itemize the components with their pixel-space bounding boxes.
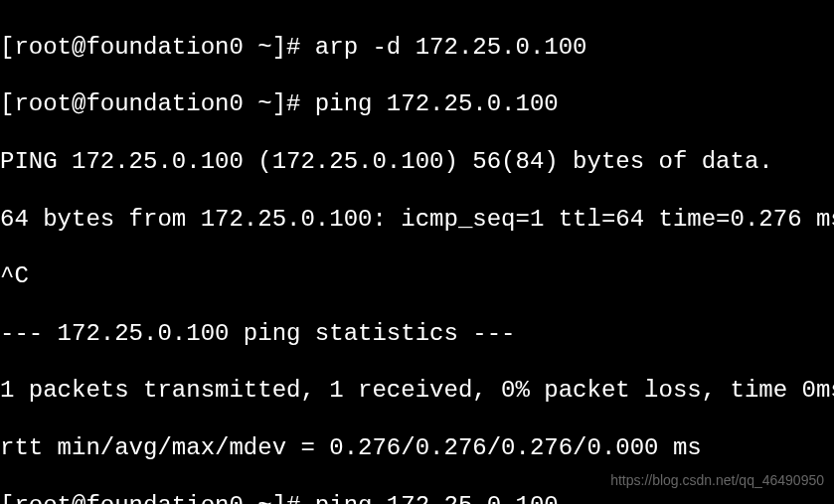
terminal-line: [root@foundation0 ~]# ping 172.25.0.100 bbox=[0, 90, 834, 119]
terminal-output: 1 packets transmitted, 1 received, 0% pa… bbox=[0, 377, 834, 406]
command: ping 172.25.0.100 bbox=[315, 492, 559, 504]
command: ping 172.25.0.100 bbox=[315, 90, 559, 117]
watermark: https://blog.csdn.net/qq_46490950 bbox=[610, 472, 824, 489]
terminal-output: 64 bytes from 172.25.0.100: icmp_seq=1 t… bbox=[0, 206, 834, 235]
terminal-output: ^C bbox=[0, 262, 834, 291]
terminal-line: [root@foundation0 ~]# ping 172.25.0.100 bbox=[0, 492, 834, 504]
prompt: [root@foundation0 ~]# bbox=[0, 34, 315, 61]
terminal-output: rtt min/avg/max/mdev = 0.276/0.276/0.276… bbox=[0, 434, 834, 463]
prompt: [root@foundation0 ~]# bbox=[0, 492, 315, 504]
prompt: [root@foundation0 ~]# bbox=[0, 90, 315, 117]
terminal-output: PING 172.25.0.100 (172.25.0.100) 56(84) … bbox=[0, 148, 834, 177]
terminal-window[interactable]: [root@foundation0 ~]# arp -d 172.25.0.10… bbox=[0, 5, 834, 504]
command: arp -d 172.25.0.100 bbox=[315, 34, 587, 61]
terminal-line: [root@foundation0 ~]# arp -d 172.25.0.10… bbox=[0, 34, 834, 63]
terminal-output: --- 172.25.0.100 ping statistics --- bbox=[0, 320, 834, 349]
